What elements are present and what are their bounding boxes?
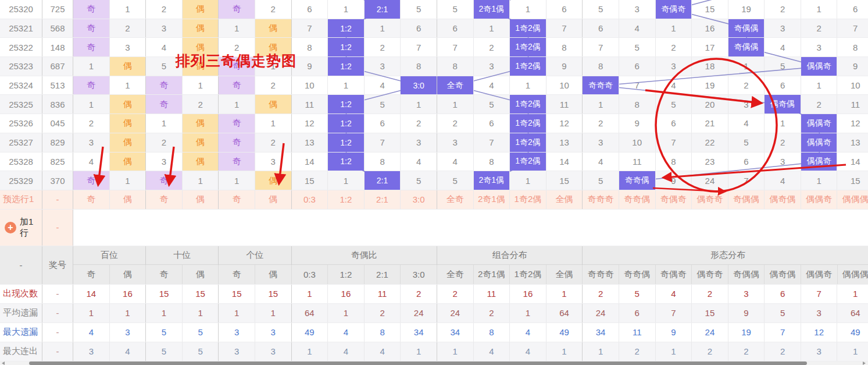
preselect-cell[interactable]: 奇奇奇 — [583, 190, 619, 209]
trend-cell: 偶 — [183, 153, 219, 171]
preselect-cell[interactable]: 奇 — [73, 190, 110, 209]
stat-value-cell: 3 — [728, 285, 765, 303]
prize-number-cell: 825 — [42, 153, 73, 171]
add-row: +加1行- — [0, 210, 868, 246]
trend-cell: 1 — [328, 76, 365, 95]
header-group: 奇偶比0:31:22:13:0 — [292, 246, 437, 284]
trend-cell: 8 — [546, 38, 583, 56]
trend-cell: 1 — [219, 19, 255, 38]
preselect-cell[interactable]: 3:0 — [401, 190, 437, 209]
trend-cell: 1 — [801, 76, 838, 95]
stat-label: 出现次数 — [0, 285, 42, 303]
preselect-cell[interactable]: 0:3 — [292, 190, 328, 209]
trend-cell: 5 — [365, 95, 401, 114]
stat-value-cell: 1 — [837, 285, 868, 303]
trend-cell: 1 — [110, 0, 147, 19]
stat-value-cell: 14 — [73, 285, 110, 303]
preselect-cell[interactable]: 全偶 — [546, 190, 583, 209]
trend-cell: 14 — [546, 153, 583, 171]
trend-cell: 1 — [728, 57, 765, 76]
preselect-cell[interactable]: 奇奇偶 — [619, 190, 656, 209]
trend-cell: 偶 — [255, 19, 292, 38]
column-header: 偶奇偶 — [765, 265, 801, 284]
period-cell: 25329 — [0, 171, 42, 190]
stat-value-cell: 1 — [110, 304, 147, 323]
scrollbar-right-arrow[interactable] — [863, 362, 866, 365]
trend-cell: 4 — [437, 153, 474, 171]
preselect-cell[interactable]: 1奇2偶 — [510, 190, 546, 209]
stat-value-cell: 24 — [437, 304, 474, 323]
column-header: 偶奇奇 — [692, 265, 728, 284]
column-header: 奇偶偶 — [728, 265, 765, 284]
trend-cell: 7 — [619, 76, 656, 95]
stat-value-cell: 49 — [292, 323, 328, 342]
period-cell: 25321 — [0, 19, 42, 38]
stat-value-cell: 3 — [73, 342, 110, 361]
preselect-cell[interactable]: 偶偶偶 — [837, 190, 868, 209]
trend-cell: 3 — [437, 133, 474, 152]
add-row-button[interactable]: +加1行 — [0, 210, 42, 246]
trend-cell: 4 — [401, 153, 437, 171]
stat-value-cell: 2 — [619, 342, 656, 361]
preselect-cell[interactable]: 偶奇奇 — [692, 190, 728, 209]
stat-value-cell: 15 — [692, 304, 728, 323]
trend-cell: 1:2 — [328, 19, 365, 38]
group-header: 奇偶比 — [292, 246, 437, 265]
preselect-cell[interactable]: 偶 — [110, 190, 147, 209]
trend-cell: 4 — [656, 76, 692, 95]
prize-number-cell: 370 — [42, 171, 73, 190]
prize-number-cell: 836 — [42, 95, 73, 114]
trend-cell: 3 — [656, 57, 692, 76]
stats-row: 出现次数-14161515151511611221116125423671 — [0, 285, 868, 304]
preselect-cell[interactable]: 偶 — [255, 190, 292, 209]
stat-value-cell: 1 — [510, 304, 546, 323]
trend-cell: 奇 — [146, 76, 183, 95]
stat-value-cell: 1 — [583, 342, 619, 361]
preselect-cell[interactable]: 偶奇偶 — [765, 190, 801, 209]
trend-cell: 5 — [619, 38, 656, 56]
trend-cell: 15 — [546, 171, 583, 190]
trend-cell: 3 — [619, 0, 656, 19]
preselect-cell[interactable]: 奇 — [219, 190, 255, 209]
preselect-cell[interactable]: 奇偶奇 — [656, 190, 692, 209]
stat-value-cell: 4 — [328, 323, 365, 342]
stat-value-cell: 3 — [801, 304, 838, 323]
preselect-cell[interactable]: 全奇 — [437, 190, 474, 209]
preselect-cell[interactable]: 奇偶偶 — [728, 190, 765, 209]
preselect-cell[interactable]: 1:2 — [328, 190, 365, 209]
trend-cell: 奇偶偶 — [728, 19, 765, 38]
trend-cell: 1 — [219, 95, 255, 114]
trend-cell: 奇 — [219, 76, 255, 95]
trend-cell: 1 — [255, 57, 292, 76]
stat-value-cell: 6 — [619, 304, 656, 323]
stat-value-cell: 3 — [110, 323, 147, 342]
stats-row: 最大遗漏-43553349483434844934119241971249 — [0, 323, 868, 342]
horizontal-scrollbar[interactable] — [0, 362, 868, 365]
preselect-cell[interactable]: 2奇1偶 — [474, 190, 510, 209]
prize-number-cell: 687 — [42, 57, 73, 76]
stat-value-cell: 19 — [728, 323, 765, 342]
trend-cell: 2 — [255, 0, 292, 19]
trend-cell: 1奇2偶 — [510, 133, 546, 152]
stat-value-cell: 1 — [437, 342, 474, 361]
period-cell: 25322 — [0, 38, 42, 56]
scrollbar-thumb[interactable] — [29, 362, 807, 365]
stat-value-cell: 64 — [546, 304, 583, 323]
trend-cell: 2 — [765, 0, 801, 19]
stat-dash-cell: - — [42, 285, 73, 303]
stat-value-cell: 1 — [292, 342, 328, 361]
column-header: 奇奇偶 — [619, 265, 656, 284]
trend-cell: 2 — [146, 0, 183, 19]
trend-cell: 1 — [474, 19, 510, 38]
preselect-cell[interactable]: 偶偶奇 — [801, 190, 838, 209]
preselect-cell[interactable]: 偶 — [183, 190, 219, 209]
stat-value-cell: 1 — [401, 342, 437, 361]
trend-cell: 2 — [728, 76, 765, 95]
preselect-cell[interactable]: 2:1 — [365, 190, 401, 209]
trend-cell: 8 — [583, 57, 619, 76]
stat-value-cell: 49 — [837, 323, 868, 342]
stat-value-cell: 5 — [183, 323, 219, 342]
scrollbar-left-arrow[interactable] — [2, 362, 5, 365]
stat-value-cell: 1 — [546, 285, 583, 303]
preselect-cell[interactable]: 奇 — [146, 190, 183, 209]
